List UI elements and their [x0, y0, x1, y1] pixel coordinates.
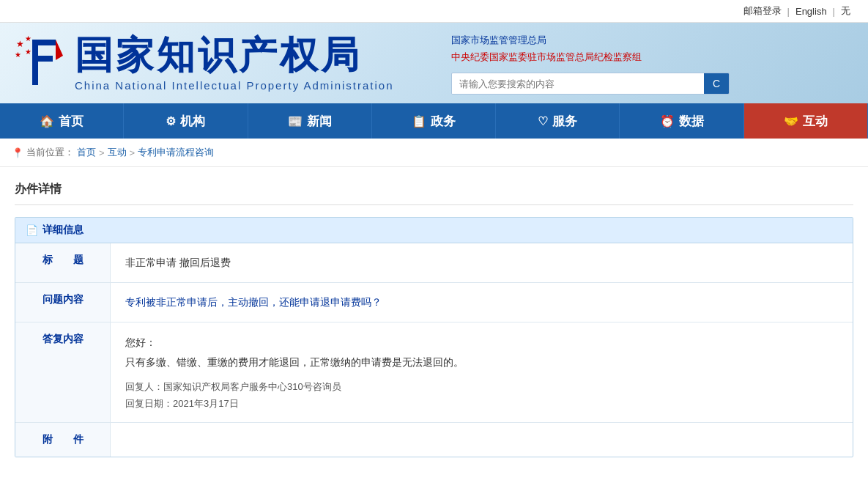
svg-text:★: ★ — [15, 51, 21, 59]
breadcrumb-prefix: 当前位置： — [26, 146, 74, 159]
search-button[interactable]: C — [704, 73, 729, 94]
main-nav: 🏠 首页 ⚙ 机构 📰 新闻 📋 政务 ♡ 服务 ⏰ 数据 🤝 互动 — [0, 103, 868, 139]
svg-text:★: ★ — [16, 39, 24, 49]
svg-rect-6 — [32, 56, 53, 62]
logo-icon: ★ ★ ★ ★ — [15, 34, 66, 92]
section-title: 办件详情 — [15, 182, 853, 205]
breadcrumb: 📍 当前位置： 首页 > 互动 > 专利申请流程咨询 — [0, 139, 868, 167]
nav-label-data: 数据 — [679, 113, 704, 130]
logo-subtitle: China National Intellectual Property Adm… — [75, 79, 394, 92]
org-icon: ⚙ — [166, 114, 176, 128]
logo-area: ★ ★ ★ ★ 国家知识产权局 China National Intellect… — [0, 23, 439, 103]
nav-label-interact: 互动 — [803, 113, 828, 130]
nav-item-service[interactable]: ♡ 服务 — [496, 103, 620, 139]
nav-item-gov[interactable]: 📋 政务 — [372, 103, 496, 139]
breadcrumb-current[interactable]: 专利申请流程咨询 — [138, 146, 214, 159]
separator-1: | — [787, 6, 790, 17]
question-text: 专利被非正常申请后，主动撤回，还能申请退申请费吗？ — [125, 296, 382, 308]
org-link-2[interactable]: 中央纪委国家监委驻市场监管总局纪检监察组 — [451, 48, 642, 65]
service-icon: ♡ — [538, 114, 548, 128]
label-attachment: 附 件 — [15, 423, 111, 457]
header-links: 国家市场监管管理总局 中央纪委国家监委驻市场监管总局纪检监察组 — [451, 32, 856, 66]
nav-label-gov: 政务 — [431, 113, 456, 130]
english-link[interactable]: English — [795, 6, 827, 17]
breadcrumb-home[interactable]: 首页 — [77, 146, 96, 159]
org-link-1[interactable]: 国家市场监管管理总局 — [451, 32, 546, 48]
news-icon: 📰 — [288, 114, 303, 128]
answer-meta: 回复人：国家知识产权局客户服务中心310号咨询员 回复日期：2021年3月17日 — [125, 378, 838, 413]
search-bar: C — [451, 73, 730, 95]
gov-icon: 📋 — [412, 114, 426, 128]
detail-header: 📄 详细信息 — [15, 218, 853, 243]
nav-item-data[interactable]: ⏰ 数据 — [620, 103, 743, 139]
detail-row-question: 问题内容 专利被非正常申请后，主动撤回，还能申请退申请费吗？ — [15, 283, 853, 322]
detail-row-attachment: 附 件 — [15, 423, 853, 457]
nav-label-org: 机构 — [180, 113, 205, 130]
nav-item-news[interactable]: 📰 新闻 — [248, 103, 372, 139]
label-question: 问题内容 — [15, 283, 111, 322]
nav-label-home: 首页 — [59, 113, 84, 130]
detail-header-label: 详细信息 — [42, 224, 84, 237]
top-bar: 邮箱登录 | English | 无 — [0, 0, 868, 23]
svg-text:★: ★ — [25, 34, 31, 43]
value-attachment — [111, 423, 853, 457]
value-title: 非正常申请 撤回后退费 — [111, 243, 853, 282]
breadcrumb-sep-2: > — [130, 147, 136, 158]
logo-title: 国家知识产权局 — [75, 34, 394, 76]
nav-label-service: 服务 — [552, 113, 577, 130]
main-content: 办件详情 📄 详细信息 标 题 非正常申请 撤回后退费 问题内容 专利被非正常申… — [0, 167, 868, 472]
svg-text:★: ★ — [25, 48, 31, 56]
answer-body: 您好： 只有多缴、错缴、重缴的费用才能退回，正常缴纳的申请费是无法退回的。 — [125, 333, 838, 372]
separator-2: | — [833, 6, 835, 17]
header: ★ ★ ★ ★ 国家知识产权局 China National Intellect… — [0, 23, 868, 103]
svg-rect-4 — [32, 40, 38, 85]
mail-login-link[interactable]: 邮箱登录 — [743, 4, 782, 18]
nav-item-org[interactable]: ⚙ 机构 — [124, 103, 248, 139]
detail-row-title: 标 题 非正常申请 撤回后退费 — [15, 243, 853, 283]
label-answer: 答复内容 — [15, 322, 111, 422]
label-title: 标 题 — [15, 243, 111, 282]
svg-rect-5 — [32, 40, 56, 45]
home-icon: 🏠 — [40, 114, 54, 128]
breadcrumb-interact[interactable]: 互动 — [108, 146, 127, 159]
detail-box: 📄 详细信息 标 题 非正常申请 撤回后退费 问题内容 专利被非正常申请后，主动… — [15, 217, 853, 457]
interact-icon: 🤝 — [784, 114, 798, 128]
value-answer: 您好： 只有多缴、错缴、重缴的费用才能退回，正常缴纳的申请费是无法退回的。 回复… — [111, 322, 853, 422]
detail-row-answer: 答复内容 您好： 只有多缴、错缴、重缴的费用才能退回，正常缴纳的申请费是无法退回… — [15, 322, 853, 423]
location-pin-icon: 📍 — [12, 147, 23, 158]
no-link[interactable]: 无 — [841, 4, 850, 18]
search-input[interactable] — [452, 74, 704, 94]
detail-header-icon: 📄 — [26, 224, 38, 236]
value-question: 专利被非正常申请后，主动撤回，还能申请退申请费吗？ — [111, 283, 853, 322]
nav-item-interact[interactable]: 🤝 互动 — [744, 103, 868, 139]
breadcrumb-sep-1: > — [99, 147, 105, 158]
data-icon: ⏰ — [660, 114, 675, 128]
nav-item-home[interactable]: 🏠 首页 — [0, 103, 124, 139]
nav-label-news: 新闻 — [307, 113, 332, 130]
header-right: 国家市场监管管理总局 中央纪委国家监委驻市场监管总局纪检监察组 C — [439, 23, 868, 103]
